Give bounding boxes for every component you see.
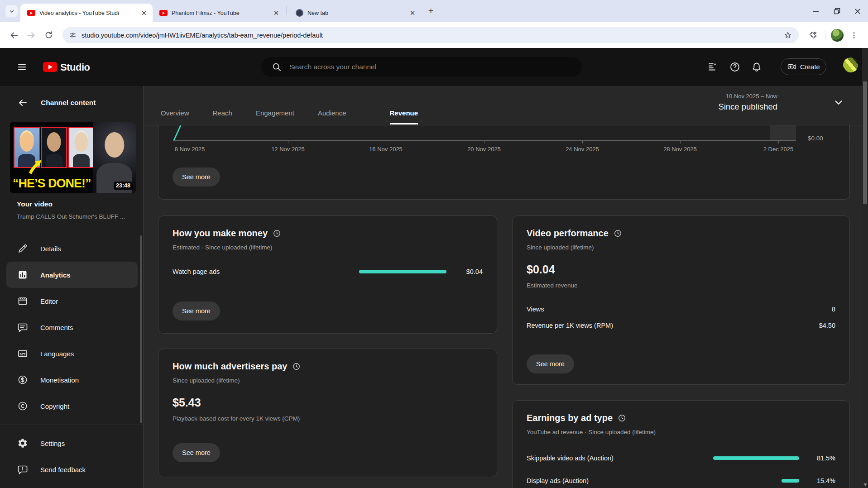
browser-tab[interactable]: Phantom Filmsz - YouTube ✕ xyxy=(153,4,285,22)
video-performance-card: Video performance Since uploaded (lifeti… xyxy=(512,215,850,385)
row-label: Revenue per 1K views (RPM) xyxy=(527,322,613,329)
sidebar-item-settings[interactable]: Settings xyxy=(0,430,143,456)
metric-row: Revenue per 1K views (RPM) $4.50 xyxy=(527,322,835,329)
browser-profile-avatar[interactable] xyxy=(831,29,844,42)
back-button[interactable] xyxy=(5,27,23,44)
page-scrollbar[interactable] xyxy=(862,48,868,488)
puzzle-icon xyxy=(808,30,818,40)
sidebar-item-label: Editor xyxy=(40,297,58,305)
new-tab-button[interactable]: + xyxy=(425,5,437,17)
tab-reach[interactable]: Reach xyxy=(213,109,232,125)
copyright-icon xyxy=(17,401,28,411)
video-thumbnail[interactable]: “HE’S DONE!” 23:48 xyxy=(10,122,136,193)
extensions-button[interactable] xyxy=(804,27,821,44)
reload-button[interactable] xyxy=(40,27,57,44)
tab-revenue[interactable]: Revenue xyxy=(390,109,418,125)
tab-audience[interactable]: Audience xyxy=(318,109,346,125)
card-title: Earnings by ad type xyxy=(527,413,613,423)
help-button[interactable] xyxy=(729,62,740,72)
scrollbar-down-arrow[interactable] xyxy=(863,483,867,486)
sidebar-item-label: Details xyxy=(40,245,61,253)
tab-search-button[interactable] xyxy=(5,5,18,17)
sidebar-item-copyright[interactable]: Copyright xyxy=(0,393,143,419)
analytics-chart-icon xyxy=(17,269,28,280)
see-more-button[interactable]: See more xyxy=(173,301,220,321)
address-bar[interactable]: studio.youtube.com/video/jmHW1iivEME/ana… xyxy=(62,27,799,43)
tab-title: Video analytics - YouTube Studi xyxy=(39,10,140,16)
see-more-button[interactable]: See more xyxy=(527,354,574,373)
sidebar-item-editor[interactable]: Editor xyxy=(0,288,143,314)
see-more-button[interactable]: See more xyxy=(173,443,220,462)
studio-brand[interactable]: Studio xyxy=(60,62,90,73)
close-icon xyxy=(854,8,861,14)
youtube-logo-icon[interactable] xyxy=(43,62,57,72)
sidebar-item-label: Copyright xyxy=(40,402,69,410)
sidebar-item-comments[interactable]: Comments xyxy=(0,314,143,340)
tab-close-icon[interactable]: ✕ xyxy=(272,9,280,17)
sidebar-footer-menu: Settings Send feedback xyxy=(0,430,143,483)
see-more-button[interactable]: See more xyxy=(173,167,220,187)
your-video-heading: Your video xyxy=(17,200,53,208)
x-axis-label: 2 Dec 2025 xyxy=(763,146,794,153)
clock-icon[interactable] xyxy=(292,362,301,371)
pencil-icon xyxy=(17,243,28,254)
search-input[interactable] xyxy=(289,57,573,77)
scrollbar-thumb[interactable] xyxy=(863,81,867,204)
tab-close-icon[interactable]: ✕ xyxy=(140,9,148,17)
browser-menu-button[interactable] xyxy=(845,27,863,44)
tab-title: Phantom Filmsz - YouTube xyxy=(172,10,272,16)
restore-button[interactable] xyxy=(826,0,847,22)
x-axis-tick xyxy=(288,141,288,144)
x-axis-label: 8 Nov 2025 xyxy=(175,146,205,153)
notifications-button[interactable] xyxy=(751,62,762,72)
sidebar-item-details[interactable]: Details xyxy=(0,235,143,262)
hamburger-menu-button[interactable] xyxy=(17,62,27,72)
thumbnail-collage xyxy=(14,127,94,168)
gear-icon xyxy=(17,438,28,449)
clock-icon[interactable] xyxy=(618,414,626,422)
sidebar-scrollbar-thumb[interactable] xyxy=(140,235,142,423)
dollar-circle-icon xyxy=(17,374,28,385)
sidebar-item-label: Send feedback xyxy=(40,466,86,474)
card-title: Video performance xyxy=(527,228,609,239)
back-to-channel-content[interactable]: Channel content xyxy=(17,97,96,108)
tab-engagement[interactable]: Engagement xyxy=(256,109,294,125)
video-menu: Details Analytics Editor Comments xyxy=(0,235,143,419)
date-range-selector[interactable]: 10 Nov 2025 – Now Since published xyxy=(718,93,844,112)
tab-overview[interactable]: Overview xyxy=(161,109,189,125)
close-window-button[interactable] xyxy=(847,0,868,22)
clock-icon[interactable] xyxy=(614,229,622,238)
card-subtitle: YouTube ad revenue · Since uploaded (lif… xyxy=(527,429,656,435)
sidebar-item-send-feedback[interactable]: Send feedback xyxy=(0,456,143,483)
clock-icon[interactable] xyxy=(273,229,281,238)
search-icon xyxy=(272,62,282,72)
minimize-button[interactable] xyxy=(806,0,826,22)
estimated-revenue-value: $0.04 xyxy=(527,263,555,276)
url-text[interactable]: studio.youtube.com/video/jmHW1iivEME/ana… xyxy=(82,32,778,39)
toolbar-divider xyxy=(825,30,825,40)
date-range-text: 10 Nov 2025 – Now xyxy=(718,93,777,100)
create-button[interactable]: Create xyxy=(781,58,826,75)
card-subtitle: Since uploaded (lifetime) xyxy=(527,244,594,251)
bookmark-star-icon[interactable] xyxy=(783,31,792,40)
sidebar-item-languages[interactable]: Languages xyxy=(0,340,143,367)
reload-icon xyxy=(44,30,53,40)
estimated-revenue-label: Estimated revenue xyxy=(527,282,578,289)
sidebar-item-analytics[interactable]: Analytics xyxy=(6,262,138,288)
forward-button[interactable] xyxy=(23,27,40,44)
x-axis-label: 24 Nov 2025 xyxy=(566,146,599,153)
channel-search[interactable] xyxy=(261,57,582,77)
row-label: Display ads (Auction) xyxy=(527,477,589,484)
how-much-advertisers-pay-card: How much advertisers pay Since uploaded … xyxy=(158,349,497,477)
comment-icon xyxy=(17,322,28,333)
sidebar-item-label: Analytics xyxy=(40,271,71,279)
browser-tab[interactable]: New tab ✕ xyxy=(289,4,421,22)
channel-avatar[interactable] xyxy=(843,57,858,72)
value-bar xyxy=(782,479,799,483)
sidebar-item-monetisation[interactable]: Monetisation xyxy=(0,367,143,393)
x-axis-tick xyxy=(778,141,779,144)
tab-close-icon[interactable]: ✕ xyxy=(408,9,417,17)
browser-tab-active[interactable]: Video analytics - YouTube Studi ✕ xyxy=(20,4,153,22)
minimize-icon xyxy=(813,8,819,14)
whats-new-button[interactable] xyxy=(707,62,718,72)
